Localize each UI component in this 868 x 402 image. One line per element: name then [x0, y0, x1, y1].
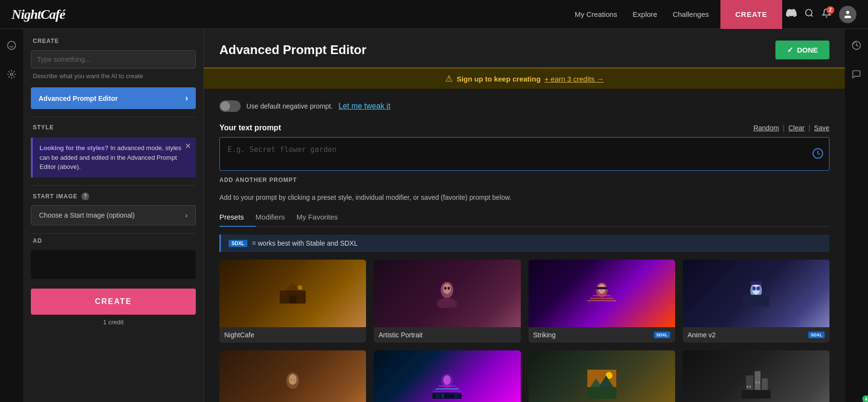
done-button[interactable]: ✓ DONE: [775, 41, 829, 59]
svg-point-0: [806, 9, 812, 15]
preset-card-nightcafe[interactable]: NightCafe: [219, 260, 366, 343]
preset-name-nightcafe: NightCafe: [224, 331, 254, 339]
svg-rect-53: [747, 386, 748, 388]
preset-name-striking: Striking: [533, 331, 556, 339]
topnav-explore[interactable]: Explore: [633, 10, 657, 18]
random-link[interactable]: Random: [753, 124, 779, 132]
style-notice-close-button[interactable]: ✕: [185, 141, 191, 151]
settings-icon-button[interactable]: [2, 65, 21, 84]
notifications-badge: 2: [827, 6, 834, 14]
preset-image-striking: [529, 260, 675, 327]
svg-rect-18: [593, 295, 610, 296]
content-header: Advanced Prompt Editor ✓ DONE: [204, 29, 845, 68]
svg-point-15: [444, 287, 447, 290]
history-icon-button[interactable]: [847, 36, 866, 55]
preset-image-nightcafe: [219, 260, 366, 327]
tab-my-favorites[interactable]: My Favorites: [297, 209, 350, 227]
preset-card-arch[interactable]: Architecture: [683, 350, 829, 402]
right-icon-panel: [845, 29, 868, 402]
topnav-links: My Creations Explore Challenges: [575, 10, 709, 18]
topnav-icon-group: 2 4: [786, 6, 856, 23]
start-image-button[interactable]: Choose a Start Image (optional) ›: [31, 205, 196, 225]
tab-presets[interactable]: Presets: [219, 209, 256, 227]
signup-banner: ⚠ Sign up to keep creating + earn 3 cred…: [204, 68, 845, 89]
style-notice-bold: Looking for the styles?: [40, 144, 108, 152]
toggle-row: Use default negative prompt. Let me twea…: [219, 100, 829, 112]
preset-card-anime[interactable]: Anime v2 SDXL: [683, 260, 829, 343]
preset-image-landscape: [529, 350, 675, 402]
home-icon-button[interactable]: [2, 36, 21, 55]
sidebar: CREATE Describe what you want the AI to …: [23, 29, 204, 402]
advanced-prompt-editor-button[interactable]: Advanced Prompt Editor ›: [31, 87, 196, 109]
signup-link[interactable]: + earn 3 credits →: [544, 75, 604, 83]
preset-image-portrait: [374, 260, 520, 327]
preset-card-portrait[interactable]: Artistic Portrait: [374, 260, 520, 343]
content-title: Advanced Prompt Editor: [219, 42, 366, 57]
preset-image-arch: [683, 350, 829, 402]
warning-icon: ⚠: [445, 73, 453, 84]
svg-rect-42: [447, 393, 453, 398]
svg-rect-28: [743, 295, 769, 306]
svg-point-16: [448, 287, 450, 290]
tweak-link[interactable]: Let me tweak it: [339, 102, 391, 111]
svg-point-6: [11, 73, 13, 76]
svg-rect-45: [587, 387, 616, 399]
striking-sdxl-tag: SDXL: [654, 332, 670, 338]
svg-rect-10: [289, 296, 296, 304]
svg-rect-49: [742, 390, 771, 399]
topnav: NightCafé My Creations Explore Challenge…: [0, 0, 868, 29]
main-content: Advanced Prompt Editor ✓ DONE ⚠ Sign up …: [204, 29, 845, 402]
svg-rect-20: [587, 300, 616, 301]
generate-icon-button[interactable]: [812, 148, 824, 162]
add-to-prompt-text: Add to your prompt by clicking a preset …: [219, 194, 829, 201]
start-image-help-icon: ?: [81, 193, 89, 200]
add-another-prompt-button[interactable]: ADD ANOTHER PROMPT: [219, 173, 297, 183]
svg-point-11: [298, 285, 302, 290]
preset-card-cyber[interactable]: Cyberpunk: [374, 350, 520, 402]
topnav-my-creations[interactable]: My Creations: [575, 10, 617, 18]
svg-point-3: [8, 42, 16, 50]
topnav-challenges[interactable]: Challenges: [673, 10, 709, 18]
ad-label: AD: [23, 234, 203, 248]
svg-point-14: [443, 284, 451, 294]
chat-icon-button[interactable]: [847, 65, 866, 84]
prompt-textarea[interactable]: [219, 137, 829, 171]
svg-point-26: [756, 287, 760, 291]
credits-info: 1 credit: [23, 317, 203, 332]
messages-badge: 4: [862, 395, 868, 402]
preset-card-striking[interactable]: Striking SDXL: [529, 260, 675, 343]
arrow-icon: ›: [185, 93, 188, 103]
svg-rect-52: [762, 378, 768, 390]
topnav-create-button[interactable]: CREATE: [720, 0, 782, 29]
preset-card-landscape[interactable]: Landscape: [529, 350, 675, 402]
tab-modifiers[interactable]: Modifiers: [256, 209, 297, 227]
create-button[interactable]: CREATE: [31, 289, 196, 315]
search-icon-button[interactable]: [804, 8, 814, 21]
svg-point-35: [444, 375, 451, 385]
svg-point-13: [437, 298, 457, 308]
sdxl-tag: SDXL: [229, 240, 247, 247]
discord-icon-button[interactable]: [786, 8, 797, 21]
preset-card-aged[interactable]: Aged Portrait: [219, 350, 366, 402]
svg-line-1: [811, 14, 813, 16]
logo: NightCafé: [12, 7, 65, 22]
tabs-row: Presets Modifiers My Favorites: [219, 209, 829, 227]
main-text-input[interactable]: [31, 50, 196, 69]
preset-name-portrait: Artistic Portrait: [379, 331, 422, 339]
avatar[interactable]: 4: [839, 6, 856, 23]
sdxl-banner-text: = works best with Stable and SDXL: [252, 239, 358, 247]
save-link[interactable]: Save: [814, 124, 829, 132]
svg-rect-37: [435, 388, 459, 389]
svg-rect-43: [454, 393, 460, 398]
svg-rect-41: [441, 393, 444, 398]
style-notice: Looking for the styles? In advanced mode…: [31, 138, 196, 178]
start-image-arrow-icon: ›: [185, 211, 188, 219]
svg-rect-56: [759, 381, 760, 384]
preset-name-anime: Anime v2: [688, 331, 716, 339]
preset-image-aged: [219, 350, 366, 402]
preset-image-cyber: [374, 350, 520, 402]
presets-grid: NightCafe Artis: [219, 260, 829, 402]
negative-prompt-toggle[interactable]: [219, 100, 241, 112]
clear-link[interactable]: Clear: [788, 124, 804, 132]
notifications-icon-button[interactable]: 2: [822, 8, 831, 21]
